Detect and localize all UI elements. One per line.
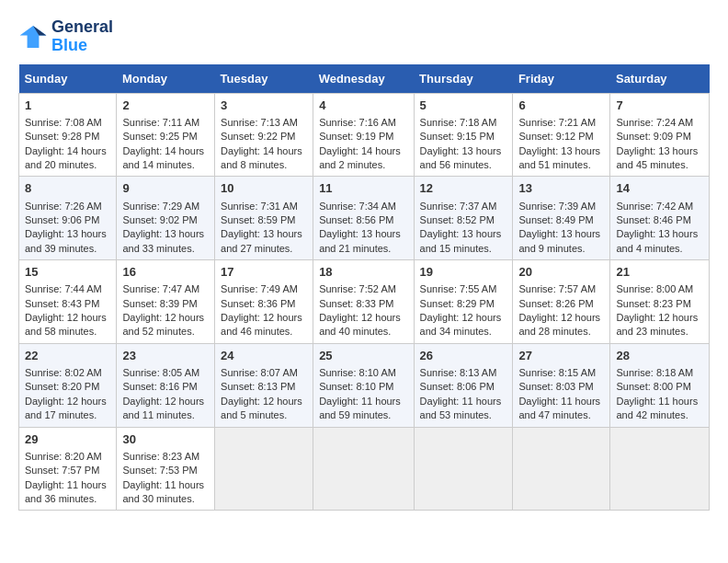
column-header-monday: Monday [117,64,215,94]
sunrise: Sunrise: 7:57 AM [518,283,596,294]
sunset: Sunset: 9:22 PM [221,131,295,142]
sunrise: Sunrise: 7:13 AM [221,117,298,128]
calendar-cell: 28Sunrise: 8:18 AMSunset: 8:00 PMDayligh… [610,343,710,427]
sunrise: Sunrise: 7:37 AM [420,201,497,212]
sunrise: Sunrise: 7:16 AM [319,117,396,128]
calendar-cell: 16Sunrise: 7:47 AMSunset: 8:39 PMDayligh… [117,260,215,344]
calendar-cell: 24Sunrise: 8:07 AMSunset: 8:13 PMDayligh… [215,343,313,427]
calendar-cell: 5Sunrise: 7:18 AMSunset: 9:15 PMDaylight… [414,93,513,177]
calendar-cell: 27Sunrise: 8:15 AMSunset: 8:03 PMDayligh… [513,343,610,427]
day-number: 4 [319,98,407,114]
sunrise: Sunrise: 7:42 AM [616,201,693,212]
day-number: 30 [122,431,209,448]
sunset: Sunset: 8:36 PM [221,298,295,309]
calendar-cell: 10Sunrise: 7:31 AMSunset: 8:59 PMDayligh… [215,177,313,260]
sunrise: Sunrise: 8:02 AM [25,367,102,378]
sunset: Sunset: 9:28 PM [25,131,99,142]
day-number: 3 [221,98,307,114]
calendar-cell: 9Sunrise: 7:29 AMSunset: 9:02 PMDaylight… [117,177,215,260]
day-number: 9 [122,180,209,197]
column-header-saturday: Saturday [610,64,710,94]
day-number: 16 [122,264,209,281]
sunrise: Sunrise: 8:18 AM [616,367,693,378]
logo: General Blue [18,18,113,55]
calendar-cell [513,427,610,511]
daylight: Daylight: 12 hours and 52 minutes. [122,312,204,337]
sunrise: Sunrise: 7:52 AM [319,283,396,294]
sunset: Sunset: 8:33 PM [319,298,393,309]
sunrise: Sunrise: 8:13 AM [420,367,497,378]
svg-marker-0 [20,26,47,48]
sunrise: Sunrise: 7:26 AM [25,201,102,212]
calendar-cell: 23Sunrise: 8:05 AMSunset: 8:16 PMDayligh… [117,343,215,427]
column-header-friday: Friday [513,64,610,94]
calendar-cell: 17Sunrise: 7:49 AMSunset: 8:36 PMDayligh… [215,260,313,344]
calendar-cell [313,427,414,511]
sunset: Sunset: 9:15 PM [420,131,495,142]
calendar-cell: 26Sunrise: 8:13 AMSunset: 8:06 PMDayligh… [414,343,513,427]
sunset: Sunset: 9:02 PM [122,214,197,225]
daylight: Daylight: 14 hours and 14 minutes. [122,145,204,170]
sunset: Sunset: 8:43 PM [25,298,99,309]
calendar-cell: 15Sunrise: 7:44 AMSunset: 8:43 PMDayligh… [19,260,117,344]
sunset: Sunset: 8:29 PM [420,298,495,309]
sunrise: Sunrise: 7:18 AM [420,117,497,128]
sunset: Sunset: 7:57 PM [25,465,99,476]
sunset: Sunset: 8:13 PM [221,381,295,392]
calendar-cell: 13Sunrise: 7:39 AMSunset: 8:49 PMDayligh… [513,177,610,260]
day-number: 6 [518,98,604,114]
column-header-thursday: Thursday [414,64,513,94]
calendar-header-row: SundayMondayTuesdayWednesdayThursdayFrid… [19,64,710,94]
daylight: Daylight: 13 hours and 56 minutes. [420,145,502,170]
calendar-cell: 20Sunrise: 7:57 AMSunset: 8:26 PMDayligh… [513,260,610,344]
daylight: Daylight: 14 hours and 2 minutes. [319,145,401,170]
daylight: Daylight: 11 hours and 36 minutes. [25,479,107,504]
daylight: Daylight: 14 hours and 8 minutes. [221,145,302,170]
day-number: 11 [319,180,407,197]
sunset: Sunset: 8:56 PM [319,214,393,225]
column-header-wednesday: Wednesday [313,64,414,94]
daylight: Daylight: 13 hours and 15 minutes. [420,228,502,253]
day-number: 13 [518,180,604,197]
daylight: Daylight: 11 hours and 42 minutes. [616,396,698,420]
daylight: Daylight: 13 hours and 27 minutes. [221,228,302,253]
day-number: 12 [420,180,507,197]
calendar-cell [215,427,313,511]
sunrise: Sunrise: 7:11 AM [122,117,199,128]
logo-icon [18,22,48,52]
sunset: Sunset: 8:23 PM [616,298,690,309]
daylight: Daylight: 12 hours and 28 minutes. [518,312,600,337]
daylight: Daylight: 11 hours and 59 minutes. [319,396,401,420]
sunset: Sunset: 8:06 PM [420,381,495,392]
daylight: Daylight: 11 hours and 47 minutes. [518,396,600,420]
calendar-week-5: 29Sunrise: 8:20 AMSunset: 7:57 PMDayligh… [19,427,710,511]
sunset: Sunset: 9:25 PM [122,131,197,142]
sunrise: Sunrise: 7:21 AM [518,117,596,128]
day-number: 7 [616,98,703,114]
calendar-cell [414,427,513,511]
sunrise: Sunrise: 7:24 AM [616,117,693,128]
sunrise: Sunrise: 7:49 AM [221,283,298,294]
day-number: 23 [122,348,209,364]
day-number: 8 [25,180,110,197]
daylight: Daylight: 13 hours and 4 minutes. [616,228,698,253]
sunset: Sunset: 8:03 PM [518,381,593,392]
day-number: 17 [221,264,307,281]
sunset: Sunset: 8:26 PM [518,298,593,309]
daylight: Daylight: 13 hours and 51 minutes. [518,145,600,170]
day-number: 24 [221,348,307,364]
day-number: 25 [319,348,407,364]
daylight: Daylight: 12 hours and 46 minutes. [221,312,302,337]
sunrise: Sunrise: 8:10 AM [319,367,396,378]
sunset: Sunset: 9:12 PM [518,131,593,142]
sunset: Sunset: 8:39 PM [122,298,197,309]
day-number: 19 [420,264,507,281]
calendar-cell: 21Sunrise: 8:00 AMSunset: 8:23 PMDayligh… [610,260,710,344]
calendar-cell: 11Sunrise: 7:34 AMSunset: 8:56 PMDayligh… [313,177,414,260]
sunrise: Sunrise: 7:44 AM [25,283,102,294]
day-number: 1 [25,98,110,114]
daylight: Daylight: 12 hours and 5 minutes. [221,396,302,420]
daylight: Daylight: 11 hours and 53 minutes. [420,396,502,420]
sunrise: Sunrise: 7:39 AM [518,201,596,212]
daylight: Daylight: 13 hours and 21 minutes. [319,228,401,253]
